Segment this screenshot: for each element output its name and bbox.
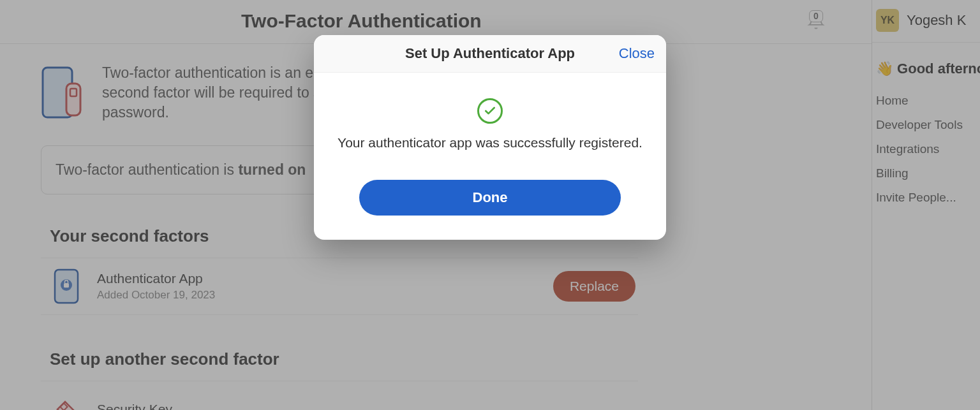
modal-title: Set Up Authenticator App bbox=[405, 45, 575, 62]
modal-message: Your authenticator app was successfully … bbox=[337, 135, 643, 150]
setup-authenticator-modal: Set Up Authenticator App Close Your auth… bbox=[314, 35, 666, 240]
close-button[interactable]: Close bbox=[619, 45, 655, 62]
success-check-icon bbox=[477, 98, 503, 124]
done-button[interactable]: Done bbox=[359, 180, 621, 216]
modal-overlay[interactable]: Set Up Authenticator App Close Your auth… bbox=[0, 0, 980, 410]
